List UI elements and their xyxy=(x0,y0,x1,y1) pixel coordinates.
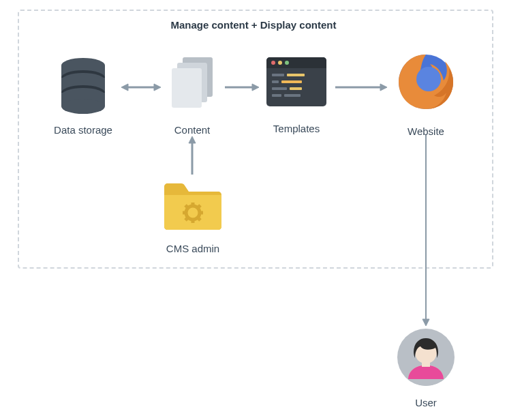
arrow-website-user xyxy=(419,134,433,326)
arrow-storage-content xyxy=(121,80,161,94)
svg-marker-52 xyxy=(422,319,429,326)
svg-marker-44 xyxy=(121,84,128,91)
svg-line-35 xyxy=(185,205,188,208)
node-templates: Templates xyxy=(259,53,334,134)
svg-rect-13 xyxy=(172,68,202,108)
svg-point-19 xyxy=(285,61,289,65)
node-content: Content xyxy=(162,53,223,136)
svg-point-29 xyxy=(416,67,441,91)
svg-marker-50 xyxy=(189,136,196,143)
firefox-icon xyxy=(392,48,460,116)
arrow-templates-website xyxy=(334,80,387,94)
node-data-storage: Data storage xyxy=(42,53,124,136)
svg-line-38 xyxy=(198,217,200,220)
svg-rect-22 xyxy=(272,80,279,83)
node-user: User xyxy=(395,327,457,408)
svg-rect-20 xyxy=(272,74,284,76)
svg-marker-43 xyxy=(154,84,161,91)
arrow-cmsadmin-content xyxy=(185,136,199,176)
person-avatar-icon xyxy=(396,327,456,387)
node-templates-label: Templates xyxy=(259,123,334,134)
node-data-storage-label: Data storage xyxy=(42,124,124,136)
node-website: Website xyxy=(388,48,463,137)
database-icon xyxy=(52,53,114,115)
svg-rect-26 xyxy=(272,94,281,97)
svg-line-36 xyxy=(198,205,200,208)
diagram-title: Manage content + Display content xyxy=(0,19,507,31)
svg-rect-16 xyxy=(266,65,326,68)
arrow-content-templates xyxy=(224,80,259,94)
svg-line-37 xyxy=(185,217,188,220)
code-window-icon xyxy=(262,53,331,113)
svg-point-18 xyxy=(278,61,282,65)
folder-gear-icon xyxy=(159,177,227,233)
svg-marker-48 xyxy=(380,84,387,91)
node-cms-admin: CMS admin xyxy=(155,177,230,254)
svg-rect-24 xyxy=(272,87,287,90)
node-user-label: User xyxy=(395,397,457,408)
svg-rect-21 xyxy=(287,74,305,76)
svg-rect-23 xyxy=(281,80,302,83)
node-cms-admin-label: CMS admin xyxy=(155,243,230,254)
node-content-label: Content xyxy=(162,124,223,136)
svg-rect-27 xyxy=(284,94,301,97)
svg-point-17 xyxy=(271,61,275,65)
documents-icon xyxy=(165,53,219,115)
svg-rect-25 xyxy=(290,87,302,90)
svg-point-10 xyxy=(61,99,105,114)
svg-marker-46 xyxy=(252,84,259,91)
svg-rect-41 xyxy=(396,379,456,387)
